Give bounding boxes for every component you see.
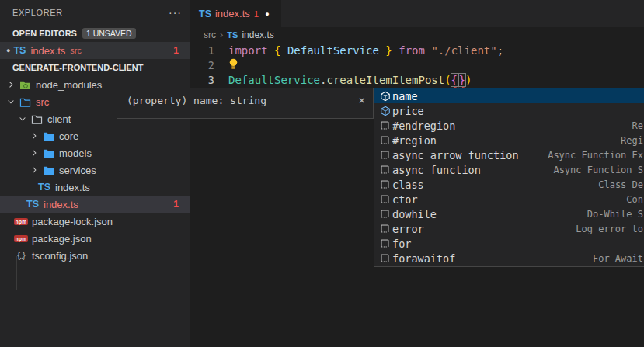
code-token	[392, 44, 399, 57]
breadcrumb[interactable]: src › TS index.ts	[191, 27, 644, 42]
suggestion-async-function[interactable]: async functionAsync Function S	[374, 162, 644, 177]
suggestion--region[interactable]: #regionRegi	[374, 133, 644, 147]
snippet-icon	[378, 194, 392, 204]
suggestion-label: error	[392, 223, 424, 235]
line-content	[228, 57, 238, 74]
suggestion-label: forawaitof	[392, 252, 455, 265]
suggestion-label: #endregion	[392, 120, 455, 132]
suggestion-detail: Log error to	[576, 224, 644, 234]
tree-item-index-ts[interactable]: TSindex.ts1	[0, 196, 190, 213]
suggestion-label: async function	[392, 164, 481, 176]
suggestion-label: dowhile	[392, 208, 437, 220]
problem-count-badge: 1	[173, 199, 179, 210]
typescript-file-icon: TS	[12, 45, 27, 56]
tree-item-index-ts[interactable]: TSindex.ts	[0, 179, 190, 196]
snippet-icon	[378, 238, 392, 248]
more-actions-icon[interactable]: ···	[169, 6, 182, 19]
project-name-label: GENERATE-FRONTEND-CLIENT	[12, 63, 143, 72]
folder-open-gray-icon	[29, 114, 44, 124]
npm-file-icon: npm	[13, 235, 29, 242]
tree-item-package-json[interactable]: npmpackage.json	[0, 230, 190, 247]
open-editor-item[interactable]: ●TSindex.tssrc1	[0, 42, 190, 59]
line-number: 1	[191, 43, 228, 58]
open-editors-section-header[interactable]: OPEN EDITORS 1 UNSAVED	[0, 25, 190, 42]
snippet-icon	[378, 120, 392, 130]
tree-item-label: core	[59, 130, 78, 142]
code-token: )	[465, 74, 472, 86]
tree-item-label: package-lock.json	[32, 216, 113, 227]
suggestion-detail: Re	[632, 120, 644, 131]
code-line-1[interactable]: 1import { DefaultService } from "./clien…	[191, 43, 644, 58]
tree-item-package-lock-json[interactable]: npmpackage-lock.json	[0, 213, 190, 230]
code-token: (	[444, 74, 451, 86]
folder-blue-icon	[40, 148, 56, 158]
suggestion-detail: Regi	[621, 135, 644, 146]
open-editors-list: ●TSindex.tssrc1	[0, 42, 190, 59]
code-token: "./client"	[431, 44, 496, 57]
suggest-widget: nameprice#endregionRe#regionRegiasync ar…	[374, 88, 644, 267]
chevron-down-icon	[5, 97, 17, 106]
breadcrumb-file[interactable]: index.ts	[242, 29, 273, 40]
tree-item-tsconfig-json[interactable]: {..}tsconfig.json	[0, 247, 190, 264]
snippet-icon	[378, 179, 392, 189]
chevron-down-icon	[16, 114, 29, 123]
tree-item-core[interactable]: core	[0, 127, 190, 144]
open-editor-description: src	[70, 46, 82, 55]
typescript-file-icon: TS	[37, 182, 52, 193]
breadcrumb-folder[interactable]: src	[204, 29, 216, 40]
suggestion--endregion[interactable]: #endregionRe	[374, 118, 644, 133]
suggestion-ctor[interactable]: ctorCon	[374, 192, 644, 206]
tree-item-label: services	[59, 165, 96, 176]
tree-item-label: package.json	[32, 233, 92, 245]
lightbulb-icon[interactable]	[228, 58, 238, 74]
tab-problem-count: 1	[254, 9, 259, 19]
hover-tooltip: (property) name: string ×	[117, 88, 374, 119]
snippet-icon	[378, 253, 392, 263]
suggestion-class[interactable]: classClass De	[374, 177, 644, 192]
open-editor-filename: index.ts	[30, 45, 65, 57]
tab-filename: index.ts	[215, 8, 250, 19]
chevron-right-icon	[28, 131, 40, 141]
snippet-icon	[378, 135, 392, 145]
suggestion-dowhile[interactable]: dowhileDo-While S	[374, 206, 644, 221]
close-icon[interactable]: ×	[359, 95, 365, 106]
chevron-right-icon	[5, 80, 17, 89]
suggestion-label: class	[392, 179, 424, 191]
code-line-3[interactable]: 3DefaultService.createItemItemPost({})	[191, 73, 644, 88]
suggestion-detail: Class De	[598, 179, 644, 190]
code-token: {	[451, 74, 458, 86]
code-token	[268, 44, 274, 57]
code-token: }	[385, 44, 392, 57]
project-section-header[interactable]: GENERATE-FRONTEND-CLIENT	[0, 59, 190, 76]
line-content: import { DefaultService } from "./client…	[228, 43, 503, 58]
tree-item-services[interactable]: services	[0, 161, 190, 179]
tab-index-ts[interactable]: TS index.ts 1 ●	[191, 0, 281, 27]
unsaved-dot-icon[interactable]: ●	[265, 10, 269, 18]
suggestion-async-arrow-function[interactable]: async arrow functionAsync Function Ex	[374, 147, 644, 162]
code-line-2[interactable]: 2	[191, 58, 644, 73]
suggestion-for[interactable]: for	[374, 236, 644, 251]
suggestion-error[interactable]: errorLog error to	[374, 221, 644, 236]
suggestion-detail: Con	[626, 194, 644, 205]
snippet-icon	[378, 150, 392, 160]
folder-blue-icon	[40, 165, 56, 175]
field-icon	[378, 106, 392, 116]
explorer-title: EXPLORER	[12, 8, 63, 17]
snippet-icon	[378, 165, 392, 175]
code-token: DefaultService	[228, 74, 320, 86]
tree-item-models[interactable]: models	[0, 144, 190, 161]
json-braces-icon: {..}	[13, 251, 29, 260]
suggestion-detail: Async Function S	[553, 165, 644, 175]
suggestion-price[interactable]: price	[374, 103, 644, 118]
tree-item-label: index.ts	[55, 182, 90, 193]
tree-item-label: client	[47, 113, 71, 125]
code-editor[interactable]: 1import { DefaultService } from "./clien…	[191, 42, 644, 88]
suggestion-name[interactable]: name	[374, 88, 644, 103]
unsaved-count-badge: 1 UNSAVED	[82, 28, 136, 39]
unsaved-dot-icon: ●	[6, 47, 10, 54]
line-number: 3	[191, 73, 228, 88]
explorer-header: EXPLORER ···	[0, 0, 190, 25]
suggestion-label: #region	[392, 134, 437, 147]
suggestion-forawaitof[interactable]: forawaitofFor-Await	[374, 251, 644, 265]
typescript-file-icon: TS	[25, 199, 40, 210]
